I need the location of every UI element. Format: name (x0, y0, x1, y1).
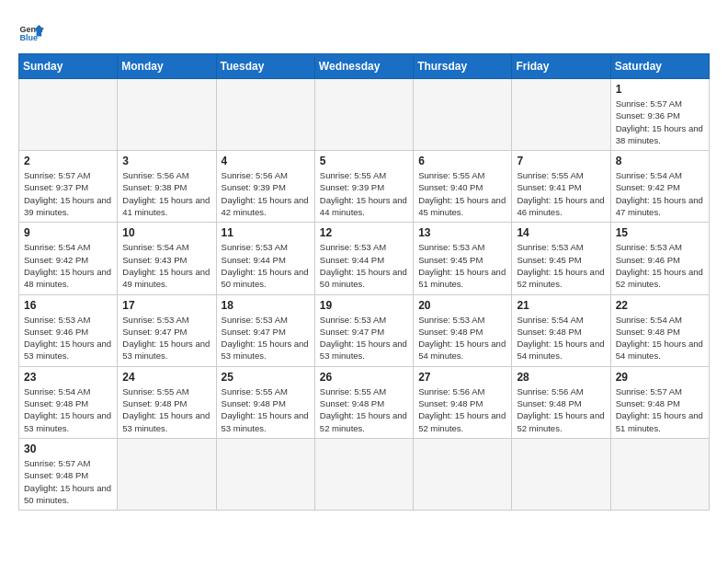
day-cell-2-4: 13Sunrise: 5:53 AM Sunset: 9:45 PM Dayli… (414, 223, 512, 294)
day-cell-2-3: 12Sunrise: 5:53 AM Sunset: 9:44 PM Dayli… (314, 223, 413, 294)
day-info: Sunrise: 5:53 AM Sunset: 9:45 PM Dayligh… (517, 241, 605, 290)
week-row-1: 2Sunrise: 5:57 AM Sunset: 9:37 PM Daylig… (19, 151, 710, 223)
calendar-table: SundayMondayTuesdayWednesdayThursdayFrid… (18, 53, 710, 511)
day-number: 23 (24, 371, 112, 384)
header-tuesday: Tuesday (216, 54, 314, 79)
day-cell-0-1 (118, 79, 216, 151)
day-number: 5 (320, 155, 408, 167)
day-info: Sunrise: 5:57 AM Sunset: 9:48 PM Dayligh… (24, 457, 112, 506)
day-number: 22 (616, 299, 704, 312)
day-cell-3-2: 18Sunrise: 5:53 AM Sunset: 9:47 PM Dayli… (216, 294, 314, 366)
day-info: Sunrise: 5:55 AM Sunset: 9:40 PM Dayligh… (418, 169, 506, 218)
day-info: Sunrise: 5:56 AM Sunset: 9:48 PM Dayligh… (418, 385, 506, 434)
day-number: 6 (418, 155, 506, 167)
day-info: Sunrise: 5:57 AM Sunset: 9:36 PM Dayligh… (616, 98, 704, 146)
week-row-3: 16Sunrise: 5:53 AM Sunset: 9:46 PM Dayli… (19, 294, 710, 366)
day-info: Sunrise: 5:53 AM Sunset: 9:44 PM Dayligh… (320, 241, 408, 290)
day-number: 4 (222, 155, 310, 167)
day-info: Sunrise: 5:54 AM Sunset: 9:48 PM Dayligh… (517, 314, 605, 362)
day-cell-4-0: 23Sunrise: 5:54 AM Sunset: 9:48 PM Dayli… (19, 366, 118, 438)
day-cell-0-5 (512, 79, 610, 151)
day-cell-0-6: 1Sunrise: 5:57 AM Sunset: 9:36 PM Daylig… (610, 79, 709, 151)
day-number: 2 (24, 155, 112, 167)
header-saturday: Saturday (610, 54, 709, 79)
day-number: 18 (222, 299, 310, 312)
week-row-5: 30Sunrise: 5:57 AM Sunset: 9:48 PM Dayli… (19, 438, 710, 510)
day-info: Sunrise: 5:53 AM Sunset: 9:46 PM Dayligh… (24, 314, 112, 362)
day-cell-1-4: 6Sunrise: 5:55 AM Sunset: 9:40 PM Daylig… (414, 151, 512, 223)
day-info: Sunrise: 5:55 AM Sunset: 9:41 PM Dayligh… (517, 169, 605, 218)
day-info: Sunrise: 5:55 AM Sunset: 9:48 PM Dayligh… (122, 385, 210, 434)
day-number: 19 (320, 299, 408, 312)
day-number: 8 (616, 155, 704, 167)
day-info: Sunrise: 5:55 AM Sunset: 9:48 PM Dayligh… (320, 385, 408, 434)
calendar-body: 1Sunrise: 5:57 AM Sunset: 9:36 PM Daylig… (19, 79, 710, 511)
day-info: Sunrise: 5:56 AM Sunset: 9:48 PM Dayligh… (517, 385, 605, 434)
calendar-header-row: SundayMondayTuesdayWednesdayThursdayFrid… (19, 54, 710, 79)
day-number: 7 (517, 155, 605, 167)
day-number: 25 (222, 371, 310, 384)
day-number: 17 (122, 299, 210, 312)
day-info: Sunrise: 5:55 AM Sunset: 9:39 PM Dayligh… (320, 169, 408, 218)
day-number: 26 (320, 371, 408, 384)
day-info: Sunrise: 5:53 AM Sunset: 9:48 PM Dayligh… (418, 314, 506, 362)
day-number: 28 (517, 371, 605, 384)
day-cell-5-1 (118, 438, 216, 510)
day-cell-1-0: 2Sunrise: 5:57 AM Sunset: 9:37 PM Daylig… (19, 151, 118, 223)
day-number: 1 (616, 83, 704, 96)
header-thursday: Thursday (414, 54, 512, 79)
day-info: Sunrise: 5:53 AM Sunset: 9:47 PM Dayligh… (320, 314, 408, 362)
day-number: 27 (418, 371, 506, 384)
day-info: Sunrise: 5:54 AM Sunset: 9:42 PM Dayligh… (616, 169, 704, 218)
day-info: Sunrise: 5:57 AM Sunset: 9:37 PM Dayligh… (24, 169, 112, 218)
day-number: 14 (517, 226, 605, 239)
day-cell-2-5: 14Sunrise: 5:53 AM Sunset: 9:45 PM Dayli… (512, 223, 610, 294)
header-friday: Friday (512, 54, 610, 79)
day-info: Sunrise: 5:54 AM Sunset: 9:42 PM Dayligh… (24, 241, 112, 290)
day-info: Sunrise: 5:53 AM Sunset: 9:44 PM Dayligh… (222, 241, 310, 290)
day-info: Sunrise: 5:53 AM Sunset: 9:45 PM Dayligh… (418, 241, 506, 290)
logo-icon: General Blue (18, 18, 44, 44)
day-info: Sunrise: 5:57 AM Sunset: 9:48 PM Dayligh… (616, 385, 704, 434)
day-cell-5-2 (216, 438, 314, 510)
day-number: 9 (24, 226, 112, 239)
day-info: Sunrise: 5:54 AM Sunset: 9:48 PM Dayligh… (24, 385, 112, 434)
week-row-0: 1Sunrise: 5:57 AM Sunset: 9:36 PM Daylig… (19, 79, 710, 151)
day-cell-0-2 (216, 79, 314, 151)
week-row-4: 23Sunrise: 5:54 AM Sunset: 9:48 PM Dayli… (19, 366, 710, 438)
day-cell-3-5: 21Sunrise: 5:54 AM Sunset: 9:48 PM Dayli… (512, 294, 610, 366)
day-cell-4-3: 26Sunrise: 5:55 AM Sunset: 9:48 PM Dayli… (314, 366, 413, 438)
day-info: Sunrise: 5:53 AM Sunset: 9:46 PM Dayligh… (616, 241, 704, 290)
day-cell-3-4: 20Sunrise: 5:53 AM Sunset: 9:48 PM Dayli… (414, 294, 512, 366)
day-cell-4-2: 25Sunrise: 5:55 AM Sunset: 9:48 PM Dayli… (216, 366, 314, 438)
day-cell-5-4 (414, 438, 512, 510)
day-number: 16 (24, 299, 112, 312)
day-cell-0-4 (414, 79, 512, 151)
day-cell-3-1: 17Sunrise: 5:53 AM Sunset: 9:47 PM Dayli… (118, 294, 216, 366)
svg-text:Blue: Blue (19, 33, 38, 42)
day-cell-4-1: 24Sunrise: 5:55 AM Sunset: 9:48 PM Dayli… (118, 366, 216, 438)
day-cell-2-6: 15Sunrise: 5:53 AM Sunset: 9:46 PM Dayli… (610, 223, 709, 294)
day-number: 3 (122, 155, 210, 167)
header-monday: Monday (118, 54, 216, 79)
day-cell-1-5: 7Sunrise: 5:55 AM Sunset: 9:41 PM Daylig… (512, 151, 610, 223)
day-cell-0-0 (19, 79, 118, 151)
day-cell-2-0: 9Sunrise: 5:54 AM Sunset: 9:42 PM Daylig… (19, 223, 118, 294)
day-cell-4-4: 27Sunrise: 5:56 AM Sunset: 9:48 PM Dayli… (414, 366, 512, 438)
day-cell-2-2: 11Sunrise: 5:53 AM Sunset: 9:44 PM Dayli… (216, 223, 314, 294)
day-info: Sunrise: 5:54 AM Sunset: 9:48 PM Dayligh… (616, 314, 704, 362)
day-number: 20 (418, 299, 506, 312)
day-info: Sunrise: 5:53 AM Sunset: 9:47 PM Dayligh… (122, 314, 210, 362)
page-header: General Blue (18, 18, 710, 44)
day-cell-3-6: 22Sunrise: 5:54 AM Sunset: 9:48 PM Dayli… (610, 294, 709, 366)
day-cell-3-3: 19Sunrise: 5:53 AM Sunset: 9:47 PM Dayli… (314, 294, 413, 366)
day-cell-5-3 (314, 438, 413, 510)
day-info: Sunrise: 5:55 AM Sunset: 9:48 PM Dayligh… (222, 385, 310, 434)
day-number: 24 (122, 371, 210, 384)
header-sunday: Sunday (19, 54, 118, 79)
day-info: Sunrise: 5:56 AM Sunset: 9:38 PM Dayligh… (122, 169, 210, 218)
day-info: Sunrise: 5:54 AM Sunset: 9:43 PM Dayligh… (122, 241, 210, 290)
header-wednesday: Wednesday (314, 54, 413, 79)
day-cell-1-2: 4Sunrise: 5:56 AM Sunset: 9:39 PM Daylig… (216, 151, 314, 223)
day-cell-1-1: 3Sunrise: 5:56 AM Sunset: 9:38 PM Daylig… (118, 151, 216, 223)
